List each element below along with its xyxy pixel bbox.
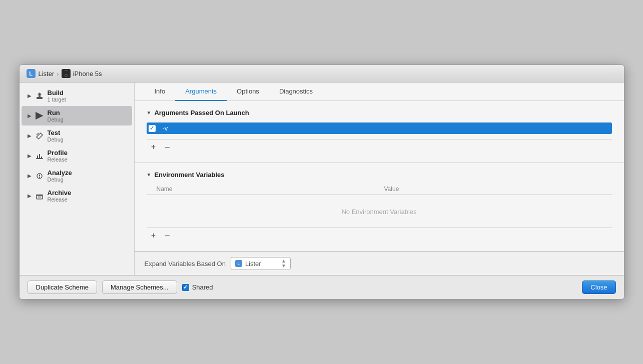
run-icon (35, 111, 45, 121)
run-expand-arrow: ▶ (27, 113, 33, 119)
tab-options[interactable]: Options (227, 82, 269, 101)
dropdown-arrow-icon: ▲▼ (281, 258, 286, 268)
build-expand-arrow: ▶ (27, 93, 33, 99)
device-icon (62, 69, 71, 78)
arg-value-0[interactable]: -v (160, 122, 612, 134)
app-name: Lister (39, 70, 55, 78)
expand-vars-row: Expand Variables Based On L Lister ▲▼ (145, 257, 291, 270)
profile-text: Profile Release (48, 149, 68, 162)
duplicate-scheme-button[interactable]: Duplicate Scheme (28, 280, 98, 294)
test-expand-arrow: ▶ (27, 133, 33, 139)
run-sublabel: Debug (48, 116, 64, 122)
sidebar-item-archive[interactable]: ▶ Archive Release (22, 186, 132, 206)
profile-sublabel: Release (48, 156, 68, 162)
arg-check-mark-0: ✓ (150, 125, 154, 132)
archive-icon (35, 191, 45, 201)
run-label: Run (48, 109, 64, 116)
shared-check-mark: ✓ (183, 284, 188, 290)
sidebar-item-analyze[interactable]: ▶ Analyze Debug (22, 166, 132, 186)
svg-rect-7 (41, 156, 42, 158)
svg-rect-10 (39, 177, 40, 178)
profile-label: Profile (48, 149, 68, 156)
sidebar: ▶ Build 1 target ▶ Run Debug (20, 82, 135, 275)
sidebar-item-profile[interactable]: ▶ Profile Release (22, 146, 132, 166)
expand-vars-dropdown[interactable]: L Lister ▲▼ (231, 257, 291, 270)
env-vars-section: ▼ Environment Variables Name Value No En… (135, 163, 624, 252)
analyze-sublabel: Debug (48, 176, 72, 182)
env-remove-button[interactable]: – (161, 230, 175, 241)
env-empty-message: No Environment Variables (147, 198, 612, 226)
args-add-remove-bar: + – (147, 139, 612, 154)
tab-info[interactable]: Info (145, 82, 176, 101)
profile-icon (35, 151, 45, 161)
archive-label: Archive (48, 189, 72, 196)
tab-diagnostics[interactable]: Diagnostics (269, 82, 323, 101)
panel-body: ▼ Arguments Passed On Launch ✓ -v + (135, 101, 624, 275)
sidebar-item-run[interactable]: ▶ Run Debug (22, 106, 132, 126)
args-remove-button[interactable]: – (161, 142, 175, 152)
env-vars-title: Environment Variables (154, 171, 224, 178)
expand-vars-bar: Expand Variables Based On L Lister ▲▼ (135, 252, 624, 275)
shared-checkbox-box[interactable]: ✓ (182, 284, 189, 291)
device-name: iPhone 5s (73, 70, 102, 78)
build-label: Build (48, 89, 66, 96)
build-sublabel: 1 target (48, 96, 66, 102)
tab-arguments[interactable]: Arguments (175, 82, 227, 101)
title-bar: L Lister › iPhone 5s (20, 65, 624, 82)
app-icon: L (27, 69, 36, 78)
test-sublabel: Debug (48, 136, 64, 142)
args-add-button[interactable]: + (147, 142, 161, 152)
sidebar-item-test[interactable]: ▶ Test Debug (22, 126, 132, 146)
arg-checkbox-0[interactable]: ✓ (149, 125, 156, 132)
analyze-text: Analyze Debug (48, 169, 72, 182)
env-add-remove-bar: + – (147, 228, 612, 243)
arguments-table: ✓ -v (147, 122, 612, 134)
svg-rect-4 (36, 158, 43, 159)
svg-marker-2 (38, 92, 42, 94)
build-icon (35, 91, 45, 101)
profile-expand-arrow: ▶ (27, 153, 33, 159)
env-vars-section-header: ▼ Environment Variables (147, 171, 612, 178)
breadcrumb-separator: › (57, 70, 59, 78)
close-button[interactable]: Close (582, 280, 615, 294)
arg-row-0[interactable]: ✓ -v (147, 122, 612, 134)
env-vars-header-row: Name Value (147, 184, 612, 195)
dropdown-text: Lister (245, 260, 261, 268)
svg-line-3 (37, 133, 39, 135)
svg-rect-6 (39, 154, 40, 158)
svg-rect-5 (37, 156, 38, 158)
shared-checkbox[interactable]: ✓ Shared (182, 284, 213, 291)
expand-vars-label: Expand Variables Based On (145, 260, 226, 268)
archive-text: Archive Release (48, 189, 72, 202)
scheme-editor-window: L Lister › iPhone 5s ▶ Build 1 target (19, 64, 624, 300)
test-text: Test Debug (48, 129, 64, 142)
analyze-icon (35, 171, 45, 181)
test-icon (35, 131, 45, 141)
run-text: Run Debug (48, 109, 64, 122)
test-label: Test (48, 129, 64, 136)
env-value-col-header: Value (384, 186, 612, 192)
archive-expand-arrow: ▶ (27, 193, 33, 199)
analyze-label: Analyze (48, 169, 72, 176)
arguments-title: Arguments Passed On Launch (154, 109, 249, 116)
arguments-section-header: ▼ Arguments Passed On Launch (147, 109, 612, 116)
breadcrumb: Lister › iPhone 5s (39, 69, 102, 78)
sidebar-item-build[interactable]: ▶ Build 1 target (22, 86, 132, 106)
manage-schemes-button[interactable]: Manage Schemes... (102, 280, 177, 294)
dropdown-app-icon: L (235, 260, 242, 267)
bottom-buttons-bar: Duplicate Scheme Manage Schemes... ✓ Sha… (20, 275, 624, 299)
env-add-button[interactable]: + (147, 230, 161, 241)
archive-sublabel: Release (48, 196, 72, 202)
shared-label: Shared (192, 284, 213, 291)
analyze-expand-arrow: ▶ (27, 173, 33, 179)
arguments-section: ▼ Arguments Passed On Launch ✓ -v + (135, 101, 624, 163)
svg-rect-9 (39, 174, 40, 176)
env-triangle[interactable]: ▼ (147, 172, 152, 178)
arguments-triangle[interactable]: ▼ (147, 110, 152, 116)
env-name-col-header: Name (147, 186, 384, 192)
main-content: ▶ Build 1 target ▶ Run Debug (20, 82, 624, 275)
right-panel: Info Arguments Options Diagnostics ▼ Arg… (135, 82, 624, 275)
build-text: Build 1 target (48, 89, 66, 102)
tab-bar: Info Arguments Options Diagnostics (135, 82, 624, 101)
